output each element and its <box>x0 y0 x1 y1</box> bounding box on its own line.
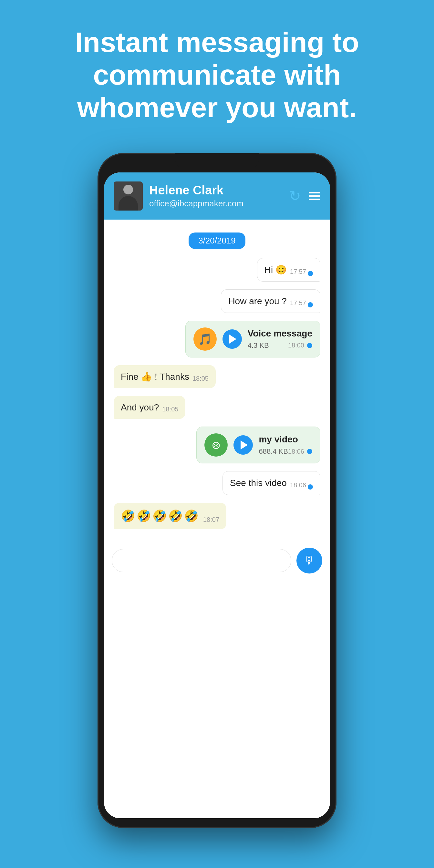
message-row: 🎵 Voice message 4.3 KB 18:00 <box>114 321 320 358</box>
contact-name: Helene Clark <box>149 183 283 197</box>
play-button[interactable] <box>222 330 242 349</box>
avatar <box>114 182 143 211</box>
chat-header: Helene Clark office@ibcappmaker.com ↻ <box>104 173 330 220</box>
header-info: Helene Clark office@ibcappmaker.com <box>149 183 283 209</box>
message-text: 🤣🤣🤣🤣🤣 <box>121 508 200 524</box>
video-size: 688.4 KB <box>259 447 288 456</box>
microphone-icon: 🎙 <box>304 554 315 567</box>
message-row: Hi 😊 17:57 <box>114 258 320 282</box>
hero-headline: Instant messaging to communicate with wh… <box>0 0 434 144</box>
message-time: 18:07 <box>203 515 219 524</box>
message-input[interactable] <box>112 549 291 572</box>
message-bubble: And you? 18:05 <box>114 396 185 419</box>
refresh-icon[interactable]: ↻ <box>289 188 301 204</box>
phone-mockup: Helene Clark office@ibcappmaker.com ↻ 3/… <box>97 153 337 828</box>
message-status <box>307 449 312 454</box>
message-row: And you? 18:05 <box>114 396 320 419</box>
music-icon: 🎵 <box>193 328 217 351</box>
message-row: See this video 18:06 <box>114 471 320 495</box>
phone-frame: Helene Clark office@ibcappmaker.com ↻ 3/… <box>97 153 337 828</box>
video-time: 18:06 <box>288 448 304 455</box>
message-time: 17:57 <box>290 299 306 307</box>
play-button[interactable] <box>234 435 253 455</box>
message-bubble: See this video 18:06 <box>222 471 320 495</box>
menu-icon[interactable] <box>309 192 320 200</box>
video-message-label: my video <box>259 434 312 445</box>
voice-size: 4.3 KB <box>248 341 269 350</box>
message-bubble: How are you ? 17:57 <box>221 289 320 313</box>
message-text: How are you ? <box>228 295 287 307</box>
message-time: 17:57 <box>290 267 306 276</box>
voice-message-bubble: 🎵 Voice message 4.3 KB 18:00 <box>185 321 320 358</box>
message-status <box>308 485 313 490</box>
mic-button[interactable]: 🎙 <box>297 548 322 574</box>
message-text: Hi 😊 <box>265 264 287 276</box>
phone-notch <box>175 153 259 170</box>
message-status <box>308 302 313 307</box>
contact-email: office@ibcappmaker.com <box>149 198 283 209</box>
play-triangle-icon <box>241 440 248 450</box>
video-message-bubble: ⊛ my video 688.4 KB 18:06 <box>196 427 320 463</box>
message-time: 18:05 <box>162 405 178 414</box>
message-bubble: Fine 👍 ! Thanks 18:05 <box>114 365 216 388</box>
chat-body: 3/20/2019 Hi 😊 17:57 <box>104 220 330 541</box>
message-row: How are you ? 17:57 <box>114 289 320 313</box>
message-row: ⊛ my video 688.4 KB 18:06 <box>114 427 320 463</box>
video-icon: ⊛ <box>205 433 228 457</box>
phone-screen: Helene Clark office@ibcappmaker.com ↻ 3/… <box>104 173 330 818</box>
message-text: Fine 👍 ! Thanks <box>121 370 189 383</box>
message-status <box>308 271 313 276</box>
voice-message-label: Voice message <box>248 329 312 339</box>
play-triangle-icon <box>229 335 237 344</box>
message-bubble: Hi 😊 17:57 <box>257 258 320 282</box>
message-row: 🤣🤣🤣🤣🤣 18:07 <box>114 503 320 529</box>
date-badge: 3/20/2019 <box>114 232 320 249</box>
message-text: And you? <box>121 401 159 414</box>
chat-input-row: 🎙 <box>104 541 330 580</box>
message-time: 18:06 <box>290 480 306 490</box>
message-text: See this video <box>230 476 287 489</box>
message-time: 18:05 <box>192 374 209 383</box>
voice-time: 18:00 <box>288 342 304 349</box>
message-bubble: 🤣🤣🤣🤣🤣 18:07 <box>114 503 226 529</box>
message-row: Fine 👍 ! Thanks 18:05 <box>114 365 320 388</box>
header-icons: ↻ <box>289 188 320 204</box>
date-label: 3/20/2019 <box>189 232 245 249</box>
message-status <box>307 343 312 348</box>
